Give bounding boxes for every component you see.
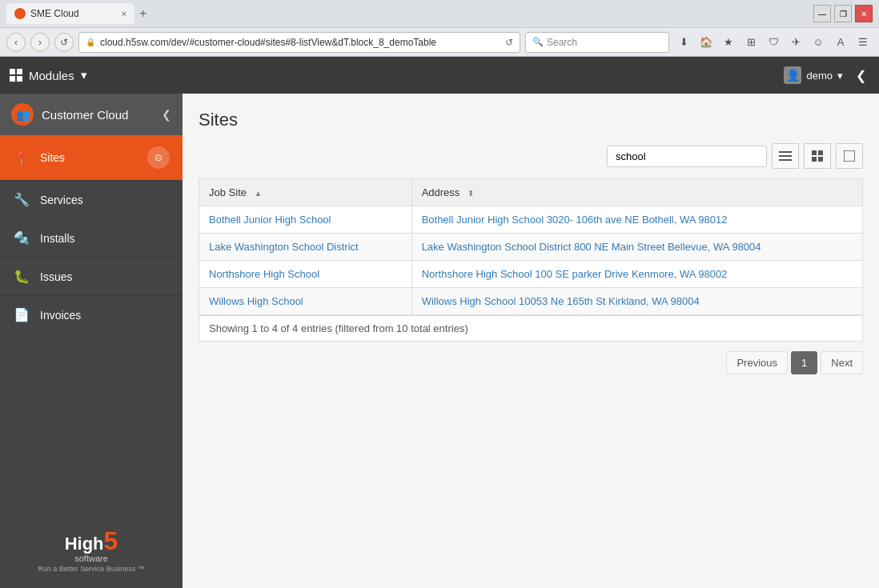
sidebar-collapse-btn[interactable]: ❮ xyxy=(162,108,171,121)
modules-label: Modules xyxy=(29,69,74,82)
sidebar-item-services-label: Services xyxy=(40,194,170,206)
cell-job-site: Bothell Junior High School xyxy=(199,206,412,234)
close-btn[interactable]: ✕ xyxy=(855,5,873,22)
table-row: Bothell Junior High SchoolBothell Junior… xyxy=(199,206,863,234)
data-table: Job Site ▲ Address ⬍ Bothell Junior High… xyxy=(199,178,863,315)
logo-tagline-text: Run a Better Service Business ™ xyxy=(38,565,145,573)
installs-icon: 🔩 xyxy=(13,230,30,246)
toolbar-icons: ⬇ 🏠 ★ ⊞ 🛡 ✈ ☺ A ☰ xyxy=(674,33,873,52)
grid-modules-icon xyxy=(10,69,22,82)
plane-icon[interactable]: ✈ xyxy=(786,33,805,52)
face-icon[interactable]: ☺ xyxy=(809,33,828,52)
table-body: Bothell Junior High SchoolBothell Junior… xyxy=(199,206,863,315)
user-caret-icon: ▾ xyxy=(837,70,843,82)
sidebar-item-issues-label: Issues xyxy=(40,270,170,283)
services-icon: 🔧 xyxy=(13,192,30,207)
logo-high5: High5 xyxy=(38,528,145,554)
minimize-btn[interactable]: — xyxy=(813,5,831,22)
cell-job-site: Willows High School xyxy=(199,288,412,315)
sidebar-item-services[interactable]: 🔧 Services xyxy=(0,181,183,219)
job-site-link[interactable]: Bothell Junior High School xyxy=(209,214,331,226)
sidebar: 👥 Customer Cloud ❮ 📍 Sites ⊙ 🔧 Services … xyxy=(0,94,183,588)
download-icon[interactable]: ⬇ xyxy=(674,33,693,52)
expand-view-btn[interactable] xyxy=(836,143,863,169)
col-address-label: Address xyxy=(422,186,460,198)
sidebar-header-icon: 👥 xyxy=(11,103,34,126)
col-job-site[interactable]: Job Site ▲ xyxy=(199,179,412,206)
browser-titlebar: SME Cloud × + — ❐ ✕ xyxy=(0,0,879,27)
user-btn[interactable]: 👤 demo ▾ xyxy=(784,66,843,84)
address-link[interactable]: Lake Washington School District 800 NE M… xyxy=(422,241,761,253)
cell-address: Lake Washington School District 800 NE M… xyxy=(411,234,862,261)
svg-rect-2 xyxy=(779,159,792,161)
search-input[interactable] xyxy=(607,146,767,167)
col-address[interactable]: Address ⬍ xyxy=(411,179,862,206)
sidebar-item-issues[interactable]: 🐛 Issues xyxy=(0,258,183,296)
previous-btn[interactable]: Previous xyxy=(726,351,788,374)
refresh-btn[interactable]: ↺ xyxy=(54,33,74,52)
entries-info-text: Showing 1 to 4 of 4 entries (filtered fr… xyxy=(209,322,468,334)
restore-btn[interactable]: ❐ xyxy=(834,5,852,22)
svg-rect-3 xyxy=(812,150,817,155)
grid-view-btn[interactable] xyxy=(804,143,831,169)
svg-rect-0 xyxy=(779,151,792,153)
browser-tab[interactable]: SME Cloud × xyxy=(6,3,134,24)
logo-software-text: software xyxy=(38,554,145,563)
sites-icon: 📍 xyxy=(13,150,30,166)
new-tab-btn[interactable]: + xyxy=(139,6,146,21)
forward-btn[interactable]: › xyxy=(30,33,50,52)
back-btn[interactable]: ‹ xyxy=(6,33,26,52)
content-area: Sites xyxy=(183,94,879,588)
sidebar-item-installs[interactable]: 🔩 Installs xyxy=(0,219,183,258)
logo-high-text: High xyxy=(65,534,104,554)
user-label: demo xyxy=(806,70,833,82)
sidebar-header-label: Customer Cloud xyxy=(42,108,128,122)
table-controls xyxy=(199,143,863,169)
main-area: 👥 Customer Cloud ❮ 📍 Sites ⊙ 🔧 Services … xyxy=(0,94,879,588)
tab-title: SME Cloud xyxy=(30,8,79,19)
address-link[interactable]: Willows High School 10053 Ne 165th St Ki… xyxy=(422,295,700,307)
address-lock-icon: 🔒 xyxy=(86,38,95,46)
svg-rect-7 xyxy=(844,150,855,162)
sidebar-item-sites[interactable]: 📍 Sites ⊙ xyxy=(0,135,183,181)
sort-asc-icon: ▲ xyxy=(255,189,263,198)
tab-close-btn[interactable]: × xyxy=(122,9,126,18)
address-text: cloud.h5sw.com/dev/#customer-cloud#sites… xyxy=(100,37,500,48)
bookmark-icon[interactable]: ★ xyxy=(719,33,738,52)
home-icon[interactable]: 🏠 xyxy=(696,33,716,52)
user-avatar-icon: 👤 xyxy=(784,66,801,84)
top-nav: Modules ▾ 👤 demo ▾ ❮ xyxy=(0,57,879,94)
pagination: Previous 1 Next xyxy=(199,351,863,374)
job-site-link[interactable]: Northshore High School xyxy=(209,268,319,280)
cell-job-site: Lake Washington School District xyxy=(199,234,412,261)
sort-none-icon: ⬍ xyxy=(468,189,474,198)
page-1-btn[interactable]: 1 xyxy=(791,351,817,374)
sites-badge: ⊙ xyxy=(147,146,170,169)
top-nav-right: 👤 demo ▾ ❮ xyxy=(784,65,869,86)
sidebar-item-invoices[interactable]: 📄 Invoices xyxy=(0,296,183,334)
browser-search-box[interactable]: 🔍 Search xyxy=(525,32,669,53)
account-icon[interactable]: A xyxy=(831,33,850,52)
cell-address: Northshore High School 100 SE parker Dri… xyxy=(411,261,862,288)
svg-rect-5 xyxy=(812,157,817,162)
cell-address: Bothell Junior High School 3020- 106th a… xyxy=(411,206,862,234)
address-bar[interactable]: 🔒 cloud.h5sw.com/dev/#customer-cloud#sit… xyxy=(78,32,520,53)
address-link[interactable]: Bothell Junior High School 3020- 106th a… xyxy=(422,214,728,226)
menu-icon[interactable]: ☰ xyxy=(853,33,873,52)
nav-collapse-btn[interactable]: ❮ xyxy=(853,65,869,86)
svg-rect-6 xyxy=(818,157,823,162)
address-link[interactable]: Northshore High School 100 SE parker Dri… xyxy=(422,268,728,280)
grid-icon[interactable]: ⊞ xyxy=(741,33,761,52)
svg-rect-4 xyxy=(818,150,823,155)
sidebar-item-sites-label: Sites xyxy=(40,151,138,164)
shield-icon[interactable]: 🛡 xyxy=(764,33,783,52)
browser-search-placeholder: Search xyxy=(547,37,577,48)
list-view-btn[interactable] xyxy=(772,143,799,169)
job-site-link[interactable]: Lake Washington School District xyxy=(209,241,359,253)
modules-btn[interactable]: Modules ▾ xyxy=(10,68,87,82)
modules-caret-icon: ▾ xyxy=(81,68,87,82)
job-site-link[interactable]: Willows High School xyxy=(209,295,303,307)
address-refresh-icon[interactable]: ↺ xyxy=(505,37,513,48)
sidebar-item-installs-label: Installs xyxy=(40,232,170,245)
next-btn[interactable]: Next xyxy=(821,351,863,374)
